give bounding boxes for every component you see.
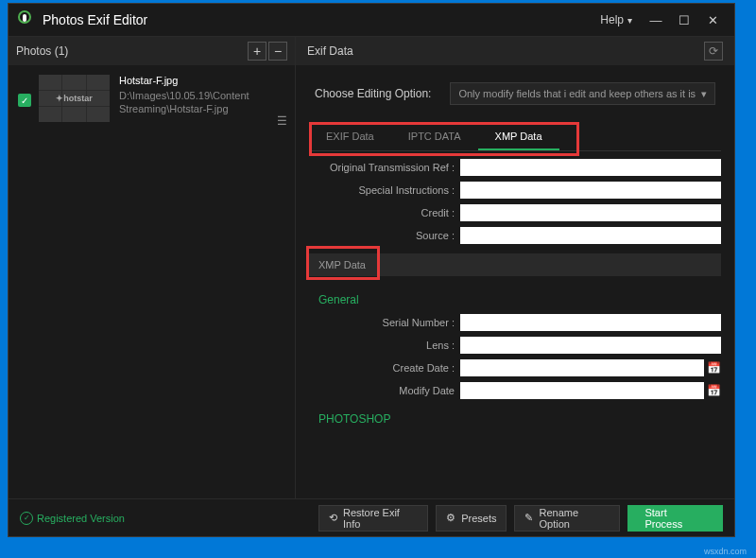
photo-path: D:\Images\10.05.19\Content Streaming\Hot… <box>119 89 285 116</box>
field-input-source[interactable] <box>460 227 721 244</box>
presets-icon: ⚙ <box>446 512 455 524</box>
field-input-modify-date[interactable] <box>460 382 704 399</box>
table-row: Original Transmission Ref : <box>309 159 721 176</box>
remove-photo-button[interactable]: − <box>268 42 287 61</box>
sidebar-title: Photos (1) <box>16 44 246 58</box>
option-label: Choose Editing Option: <box>315 87 431 100</box>
minimize-button[interactable]: — <box>642 6 670 34</box>
table-row: Create Date : 📅 <box>309 359 721 376</box>
tab-iptc[interactable]: IPTC DATA <box>391 122 478 150</box>
add-photo-button[interactable]: + <box>248 42 266 61</box>
field-label: Modify Date <box>309 385 460 396</box>
editing-option-dropdown[interactable]: Only modify fields that i edit and keep … <box>450 82 715 105</box>
field-label: Serial Number : <box>309 317 460 328</box>
field-label: Original Transmission Ref : <box>309 162 460 173</box>
registered-status: ✓ Registered Version <box>20 512 303 525</box>
refresh-button[interactable]: ⟳ <box>704 42 723 61</box>
maximize-button[interactable]: ☐ <box>670 6 698 34</box>
field-label: Special Instructions : <box>309 184 460 196</box>
photo-checkbox[interactable]: ✓ <box>18 94 31 107</box>
chevron-down-icon: ▾ <box>701 88 707 100</box>
presets-button[interactable]: ⚙ Presets <box>436 505 507 532</box>
table-row: Lens : <box>309 337 721 354</box>
sidebar-header: Photos (1) + − <box>9 37 295 65</box>
titlebar: Photos Exif Editor Help — ☐ ✕ <box>9 4 734 37</box>
tabs: EXIF Data IPTC DATA XMP Data <box>309 122 721 151</box>
table-row: Credit : <box>309 204 721 221</box>
content: Exif Data ⟳ Choose Editing Option: Only … <box>296 37 734 498</box>
restore-icon: ⟲ <box>329 512 337 524</box>
list-view-icon[interactable]: ☰ <box>277 114 287 128</box>
section-header-photoshop: PHOTOSHOP <box>309 405 721 433</box>
start-process-button[interactable]: Start Process <box>627 505 723 532</box>
photo-filename: Hotstar-F.jpg <box>119 75 285 86</box>
table-row: Source : <box>309 227 721 244</box>
close-button[interactable]: ✕ <box>698 6 727 34</box>
main: Photos (1) + − ✓ ✦hotstar Hotstar-F.jpg … <box>9 37 734 498</box>
field-input-create-date[interactable] <box>460 359 704 376</box>
rename-option-button[interactable]: ✎ Rename Option <box>514 505 620 532</box>
photo-info: Hotstar-F.jpg D:\Images\10.05.19\Content… <box>119 75 285 116</box>
check-icon: ✓ <box>20 512 33 525</box>
field-label: Source : <box>309 230 460 241</box>
content-title: Exif Data <box>307 44 704 58</box>
table-row: Modify Date 📅 <box>309 382 721 399</box>
pencil-icon: ✎ <box>524 512 533 524</box>
app-title: Photos Exif Editor <box>43 12 600 27</box>
watermark: wsxdn.com <box>704 547 747 556</box>
tab-xmp[interactable]: XMP Data <box>478 122 559 150</box>
section-header-general: General <box>309 286 721 314</box>
dropdown-value: Only modify fields that i edit and keep … <box>458 88 696 99</box>
field-label: Credit : <box>309 207 460 218</box>
help-menu[interactable]: Help <box>600 13 632 26</box>
footer: ✓ Registered Version ⟲ Restore Exif Info… <box>9 498 734 536</box>
field-input-instructions[interactable] <box>460 182 721 199</box>
field-input-lens[interactable] <box>460 337 721 354</box>
restore-exif-button[interactable]: ⟲ Restore Exif Info <box>318 505 428 532</box>
photo-list-item[interactable]: ✓ ✦hotstar Hotstar-F.jpg D:\Images\10.05… <box>9 65 295 131</box>
field-label: Create Date : <box>309 362 460 374</box>
content-header: Exif Data ⟳ <box>296 37 734 65</box>
table-row: Serial Number : <box>309 314 721 331</box>
tab-exif[interactable]: EXIF Data <box>309 122 391 150</box>
app-logo <box>16 10 35 29</box>
sidebar: Photos (1) + − ✓ ✦hotstar Hotstar-F.jpg … <box>9 37 296 498</box>
tabs-container: EXIF Data IPTC DATA XMP Data <box>296 122 734 151</box>
field-input-transmission[interactable] <box>460 159 721 176</box>
option-bar: Choose Editing Option: Only modify field… <box>296 65 734 122</box>
table-row: Special Instructions : <box>309 182 721 199</box>
scroll-area[interactable]: Original Transmission Ref : Special Inst… <box>296 159 734 498</box>
calendar-icon[interactable]: 📅 <box>706 384 721 397</box>
section-header-xmp: XMP Data <box>309 253 721 276</box>
field-input-credit[interactable] <box>460 204 721 221</box>
field-label: Lens : <box>309 340 460 351</box>
calendar-icon[interactable]: 📅 <box>706 361 721 375</box>
field-input-serial[interactable] <box>460 314 721 331</box>
app-window: Photos Exif Editor Help — ☐ ✕ Photos (1)… <box>8 3 735 537</box>
photo-thumbnail: ✦hotstar <box>39 75 110 122</box>
